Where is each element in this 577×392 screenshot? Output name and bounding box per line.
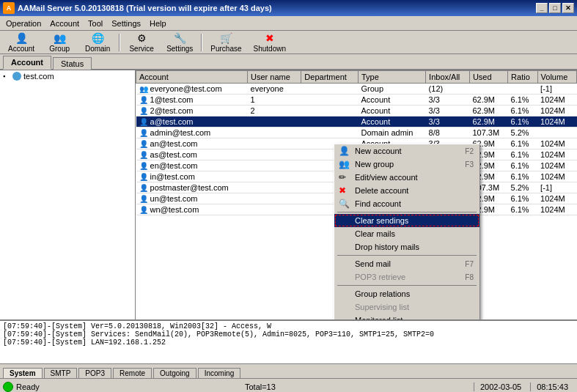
ctx-supervising-label: Supervising list [355, 303, 409, 311]
ctx-find-account[interactable]: 🔍 Find account [334, 197, 479, 210]
table-row[interactable]: 👤 a@test.com Account 3/3 62.9M 6.1% 1024… [136, 117, 577, 127]
ctx-pop3-label: POP3 retrieve [355, 273, 405, 281]
ctx-clear-sendings[interactable]: Clear sendings [334, 214, 479, 227]
cell-ratio [508, 84, 538, 95]
menu-operation[interactable]: Operation [1, 18, 45, 29]
cell-ratio: 6.1% [508, 106, 538, 117]
ctx-clear-mails[interactable]: Clear mails [334, 227, 479, 240]
ctx-monitored-list[interactable]: Monitored list [334, 314, 479, 319]
ctx-find-label: Find account [355, 199, 401, 208]
tab-status[interactable]: Status [53, 57, 92, 70]
log-line: [07:59:40]-[System] LAN=192.168.1.252 [3, 339, 574, 347]
tree-item-label: test.com [23, 72, 54, 81]
status-indicator [3, 382, 13, 392]
menu-tool[interactable]: Tool [84, 18, 107, 29]
ctx-pop3-shortcut: F8 [465, 273, 474, 281]
col-account: Account [136, 71, 248, 84]
ctx-group-relations[interactable]: Group relations [334, 287, 479, 300]
col-volume: Volume [537, 71, 576, 84]
table-row[interactable]: 👥 everyone@test.com everyone Group (12) … [136, 84, 577, 95]
ctx-drop-history-label: Drop history mails [355, 243, 419, 251]
cell-username [248, 160, 301, 171]
context-menu: 👤 New account F2 👥 New group F3 ✏ Edit/v… [334, 144, 480, 319]
cell-volume: 1024M [537, 160, 576, 171]
cell-inbox: 3/3 [426, 117, 470, 127]
table-row[interactable]: 👤 2@test.com 2 Account 3/3 62.9M 6.1% 10… [136, 106, 577, 117]
toolbar-purchase[interactable]: 🛒 Purchase [205, 32, 246, 53]
tab-account[interactable]: Account [3, 56, 51, 70]
cell-dept [301, 84, 359, 95]
settings-icon: 🔧 [174, 32, 186, 44]
ctx-sep-1 [337, 212, 477, 212]
edit-icon: ✏ [339, 172, 346, 182]
toolbar-group[interactable]: 👥 Group [41, 32, 78, 53]
toolbar-account[interactable]: 👤 Account [3, 32, 40, 53]
cell-volume: [-1] [537, 182, 576, 193]
menu-settings[interactable]: Settings [107, 18, 145, 29]
toolbar-purchase-label: Purchase [210, 45, 241, 53]
cell-used: 62.9M [469, 117, 507, 127]
cell-volume: 1024M [537, 138, 576, 149]
ctx-edit-account[interactable]: ✏ Edit/view account [334, 171, 479, 184]
toolbar-account-label: Account [8, 45, 34, 53]
cell-username: 1 [248, 95, 301, 106]
cell-username [248, 171, 301, 182]
toolbar-group-label: Group [49, 45, 70, 53]
cell-account: 👤 in@test.com [136, 171, 248, 182]
cell-username: 2 [248, 106, 301, 117]
find-icon: 🔍 [339, 199, 350, 209]
bottom-tab-bar: System SMTP POP3 Remote Outgoing Incomin… [0, 363, 577, 378]
ctx-delete-account[interactable]: ✖ Delete account [334, 184, 479, 197]
ctx-send-mail[interactable]: Send mail F7 [334, 257, 479, 270]
cell-username [248, 138, 301, 149]
cell-ratio: 6.1% [508, 95, 538, 106]
toolbar-service[interactable]: ⚙ Service [123, 32, 160, 53]
table-row[interactable]: 👤 1@test.com 1 Account 3/3 62.9M 6.1% 10… [136, 95, 577, 106]
table-row[interactable]: 👤 admin@test.com Domain admin 8/8 107.3M… [136, 127, 577, 138]
col-inbox: Inbox/All [426, 71, 470, 84]
bottom-tab-remote[interactable]: Remote [113, 368, 152, 378]
ctx-send-mail-shortcut: F7 [465, 260, 474, 268]
cell-account: 👤 1@test.com [136, 95, 248, 106]
cell-account: 👤 wn@test.com [136, 204, 248, 215]
cell-ratio: 6.1% [508, 117, 538, 127]
ctx-group-relations-label: Group relations [355, 289, 410, 298]
close-button[interactable]: ✕ [562, 3, 574, 13]
bottom-tab-smtp[interactable]: SMTP [44, 368, 78, 378]
toolbar-domain[interactable]: 🌐 Domain [79, 32, 116, 53]
menu-account[interactable]: Account [45, 18, 84, 29]
status-total: Total=13 [245, 382, 471, 391]
ctx-drop-history[interactable]: Drop history mails [334, 240, 479, 254]
cell-ratio: 6.1% [508, 149, 538, 160]
maximize-button[interactable]: □ [549, 3, 561, 13]
ctx-clear-mails-label: Clear mails [355, 229, 395, 238]
menu-help[interactable]: Help [145, 18, 171, 29]
cell-type: Domain admin [358, 127, 425, 138]
bottom-tab-outgoing[interactable]: Outgoing [153, 368, 196, 378]
log-area: [07:59:40]-[System] Ver=5.0.20130818, Wi… [0, 319, 577, 363]
ctx-pop3-retrieve: POP3 retrieve F8 [334, 270, 479, 284]
bottom-tab-system[interactable]: System [3, 368, 43, 378]
toolbar-shutdown[interactable]: ✖ Shutdown [249, 32, 291, 53]
ctx-new-group[interactable]: 👥 New group F3 [334, 158, 479, 171]
cell-account: 👤 as@test.com [136, 149, 248, 160]
cell-account: 👤 en@test.com [136, 160, 248, 171]
main-content: ▪ test.com Account User name Department … [0, 70, 577, 319]
toolbar-settings[interactable]: 🔧 Settings [161, 32, 198, 53]
col-used: Used [469, 71, 507, 84]
tree-expand-icon: ▪ [3, 73, 10, 80]
group-icon: 👥 [54, 32, 66, 44]
bottom-tab-pop3[interactable]: POP3 [78, 368, 111, 378]
cell-volume: 1024M [537, 204, 576, 215]
tree-item-testcom[interactable]: ▪ test.com [0, 70, 135, 82]
menu-bar: Operation Account Tool Settings Help [0, 16, 577, 31]
minimize-button[interactable]: _ [536, 3, 548, 13]
cell-dept [301, 127, 359, 138]
ctx-new-group-shortcut: F3 [465, 160, 474, 169]
window-controls[interactable]: _ □ ✕ [536, 3, 574, 13]
cell-used [469, 84, 507, 95]
left-panel: ▪ test.com [0, 70, 136, 319]
app-icon: A [3, 2, 15, 14]
bottom-tab-incoming[interactable]: Incoming [198, 368, 241, 378]
ctx-new-account[interactable]: 👤 New account F2 [334, 144, 479, 158]
